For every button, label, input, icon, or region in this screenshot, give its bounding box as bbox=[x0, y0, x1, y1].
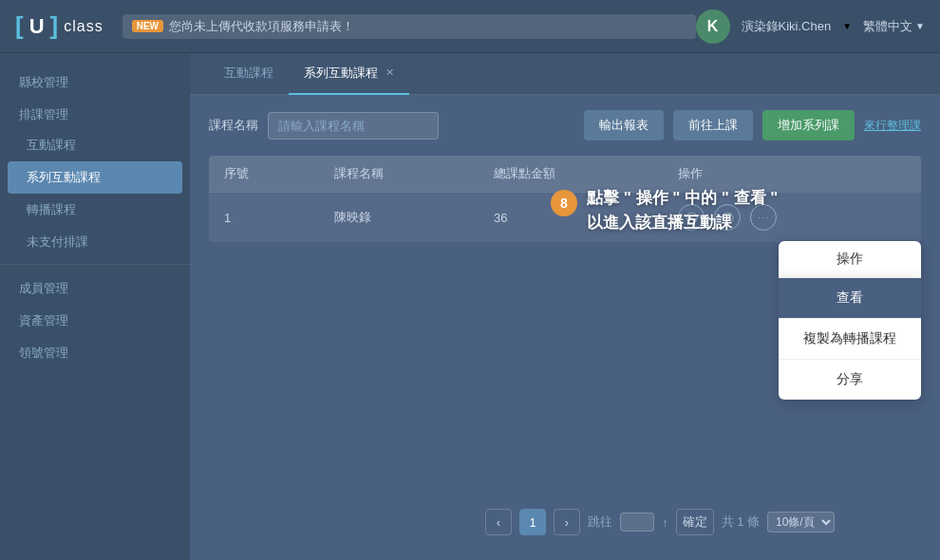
pagination-to-label: ↑ bbox=[662, 515, 668, 530]
annotation-line1: 點擊 " 操作 " 中的 " 查看 " bbox=[587, 186, 778, 211]
pagination-jump-label: 跳往 bbox=[588, 513, 612, 531]
sidebar-item-course-mgmt[interactable]: 排課管理 bbox=[0, 97, 190, 129]
pagination-total: 共 1 條 bbox=[722, 513, 760, 531]
sidebar-item-unpaid[interactable]: 未支付排課 bbox=[0, 226, 190, 258]
course-name-input[interactable] bbox=[268, 112, 439, 140]
export-btn[interactable]: 輸出報表 bbox=[584, 110, 664, 140]
header-right: K 演染錄Kiki.Chen ▼ 繁體中文 ▼ bbox=[696, 9, 925, 44]
logo-bracket: [ bbox=[15, 11, 24, 41]
course-name-label: 課程名稱 bbox=[209, 117, 258, 134]
annotation-text: 點擊 " 操作 " 中的 " 查看 " 以進入該直播互動課 bbox=[587, 186, 778, 234]
content: 互動課程 系列互動課程 ✕ 課程名稱 輸出報表 前往上課 增加系列課 來行整理課 bbox=[190, 53, 940, 560]
cell-name: 陳映錄 bbox=[319, 193, 479, 243]
logo[interactable]: [ U ] class bbox=[15, 11, 103, 41]
sidebar-item-interactive[interactable]: 互動課程 bbox=[0, 129, 190, 161]
tab-series[interactable]: 系列互動課程 ✕ bbox=[289, 53, 409, 95]
sidebar: 縣校管理 排課管理 互動課程 系列互動課程 轉播課程 未支付排課 成員管理 資產… bbox=[0, 53, 190, 560]
lang-chevron-icon: ▼ bbox=[915, 21, 925, 31]
pagination-page-input[interactable] bbox=[620, 513, 654, 532]
tab-series-label: 系列互動課程 bbox=[304, 65, 378, 82]
pagination-page-1[interactable]: 1 bbox=[519, 509, 546, 535]
col-name: 課程名稱 bbox=[319, 156, 479, 193]
col-action-label: 操作 bbox=[678, 166, 703, 180]
user-chevron-icon[interactable]: ▼ bbox=[842, 21, 852, 31]
logo-class-text: class bbox=[64, 18, 103, 35]
notice-text: 您尚未上傳代收款項服務申請表！ bbox=[169, 18, 354, 35]
sidebar-item-relay[interactable]: 轉播課程 bbox=[0, 194, 190, 226]
col-index: 序號 bbox=[209, 156, 319, 193]
sidebar-item-series[interactable]: 系列互動課程 bbox=[8, 161, 182, 194]
dropdown-popup: 操作 查看 複製為轉播課程 分享 bbox=[779, 241, 921, 400]
language-label: 繁體中文 bbox=[863, 18, 912, 35]
add-btn[interactable]: 增加系列課 bbox=[762, 110, 855, 140]
link-btn[interactable]: 來行整理課 bbox=[864, 118, 921, 134]
dropdown-item-share[interactable]: 分享 bbox=[779, 359, 921, 400]
logo-bracket-right: ] bbox=[50, 11, 59, 41]
tab-close-icon[interactable]: ✕ bbox=[385, 66, 394, 79]
sidebar-item-school-mgmt[interactable]: 縣校管理 bbox=[0, 65, 190, 97]
main-layout: 縣校管理 排課管理 互動課程 系列互動課程 轉播課程 未支付排課 成員管理 資產… bbox=[0, 53, 940, 560]
pagination-next[interactable]: › bbox=[554, 509, 580, 535]
dropdown-item-copy[interactable]: 複製為轉播課程 bbox=[779, 318, 921, 359]
annotation: 8 點擊 " 操作 " 中的 " 查看 " 以進入該直播互動課 bbox=[551, 186, 778, 234]
logo-u: U bbox=[29, 14, 45, 39]
header: [ U ] class NEW 您尚未上傳代收款項服務申請表！ K 演染錄Kik… bbox=[0, 0, 940, 53]
annotation-number: 8 bbox=[551, 190, 577, 216]
notice-bar: NEW 您尚未上傳代收款項服務申請表！ bbox=[122, 14, 696, 39]
dropdown-header: 操作 bbox=[779, 241, 921, 277]
dropdown-item-view[interactable]: 查看 bbox=[779, 277, 921, 318]
pagination-confirm[interactable]: 確定 bbox=[676, 509, 714, 535]
pagination-per-page[interactable]: 10條/頁 20條/頁 50條/頁 bbox=[767, 512, 835, 532]
annotation-line2: 以進入該直播互動課 bbox=[587, 211, 778, 235]
dropdown-menu: 查看 複製為轉播課程 分享 bbox=[779, 277, 921, 400]
user-name: 演染錄Kiki.Chen bbox=[742, 18, 832, 35]
cell-index: 1 bbox=[209, 193, 319, 243]
pagination: ‹ 1 › 跳往 ↑ 確定 共 1 條 10條/頁 20條/頁 50條/頁 bbox=[380, 494, 940, 551]
sidebar-divider bbox=[0, 264, 190, 265]
sidebar-item-member[interactable]: 成員管理 bbox=[0, 271, 190, 303]
tab-interactive[interactable]: 互動課程 bbox=[209, 53, 289, 95]
language-switcher[interactable]: 繁體中文 ▼ bbox=[863, 18, 925, 35]
goto-btn[interactable]: 前往上課 bbox=[673, 110, 753, 140]
tab-interactive-label: 互動課程 bbox=[224, 65, 273, 82]
avatar: K bbox=[696, 9, 730, 44]
sidebar-item-resource[interactable]: 資產管理 bbox=[0, 303, 190, 335]
sidebar-item-voucher[interactable]: 領號管理 bbox=[0, 335, 190, 367]
tabs-bar: 互動課程 系列互動課程 ✕ bbox=[190, 53, 940, 95]
pagination-prev[interactable]: ‹ bbox=[485, 509, 512, 535]
toolbar: 課程名稱 輸出報表 前往上課 增加系列課 來行整理課 bbox=[209, 110, 921, 140]
new-badge: NEW bbox=[132, 20, 163, 32]
